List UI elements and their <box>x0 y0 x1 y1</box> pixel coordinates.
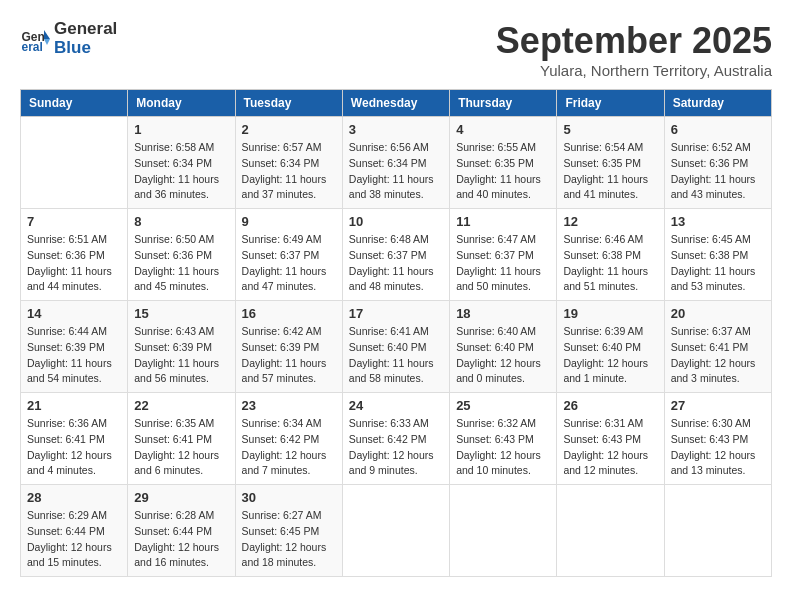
day-number: 4 <box>456 122 550 137</box>
calendar-week-row: 28Sunrise: 6:29 AMSunset: 6:44 PMDayligh… <box>21 485 772 577</box>
svg-marker-3 <box>44 39 50 45</box>
calendar-day-cell: 1Sunrise: 6:58 AMSunset: 6:34 PMDaylight… <box>128 117 235 209</box>
calendar-day-cell: 17Sunrise: 6:41 AMSunset: 6:40 PMDayligh… <box>342 301 449 393</box>
calendar-day-cell: 19Sunrise: 6:39 AMSunset: 6:40 PMDayligh… <box>557 301 664 393</box>
day-info: Sunrise: 6:28 AMSunset: 6:44 PMDaylight:… <box>134 508 228 571</box>
calendar-week-row: 1Sunrise: 6:58 AMSunset: 6:34 PMDaylight… <box>21 117 772 209</box>
day-number: 21 <box>27 398 121 413</box>
day-of-week-header: Sunday <box>21 90 128 117</box>
calendar-day-cell: 29Sunrise: 6:28 AMSunset: 6:44 PMDayligh… <box>128 485 235 577</box>
calendar-day-cell <box>664 485 771 577</box>
calendar-day-cell: 20Sunrise: 6:37 AMSunset: 6:41 PMDayligh… <box>664 301 771 393</box>
day-of-week-header: Monday <box>128 90 235 117</box>
day-info: Sunrise: 6:54 AMSunset: 6:35 PMDaylight:… <box>563 140 657 203</box>
day-info: Sunrise: 6:36 AMSunset: 6:41 PMDaylight:… <box>27 416 121 479</box>
day-number: 2 <box>242 122 336 137</box>
day-of-week-header: Thursday <box>450 90 557 117</box>
calendar-day-cell <box>342 485 449 577</box>
calendar-day-cell: 26Sunrise: 6:31 AMSunset: 6:43 PMDayligh… <box>557 393 664 485</box>
day-info: Sunrise: 6:51 AMSunset: 6:36 PMDaylight:… <box>27 232 121 295</box>
day-number: 10 <box>349 214 443 229</box>
calendar-day-cell: 13Sunrise: 6:45 AMSunset: 6:38 PMDayligh… <box>664 209 771 301</box>
day-info: Sunrise: 6:58 AMSunset: 6:34 PMDaylight:… <box>134 140 228 203</box>
day-info: Sunrise: 6:37 AMSunset: 6:41 PMDaylight:… <box>671 324 765 387</box>
day-number: 1 <box>134 122 228 137</box>
calendar-week-row: 7Sunrise: 6:51 AMSunset: 6:36 PMDaylight… <box>21 209 772 301</box>
svg-text:eral: eral <box>22 40 43 54</box>
day-info: Sunrise: 6:34 AMSunset: 6:42 PMDaylight:… <box>242 416 336 479</box>
day-number: 18 <box>456 306 550 321</box>
day-of-week-header: Tuesday <box>235 90 342 117</box>
calendar-day-cell: 23Sunrise: 6:34 AMSunset: 6:42 PMDayligh… <box>235 393 342 485</box>
day-number: 24 <box>349 398 443 413</box>
day-number: 27 <box>671 398 765 413</box>
calendar-day-cell: 24Sunrise: 6:33 AMSunset: 6:42 PMDayligh… <box>342 393 449 485</box>
day-of-week-header: Wednesday <box>342 90 449 117</box>
calendar-day-cell: 30Sunrise: 6:27 AMSunset: 6:45 PMDayligh… <box>235 485 342 577</box>
calendar-day-cell: 27Sunrise: 6:30 AMSunset: 6:43 PMDayligh… <box>664 393 771 485</box>
day-info: Sunrise: 6:27 AMSunset: 6:45 PMDaylight:… <box>242 508 336 571</box>
calendar-day-cell: 3Sunrise: 6:56 AMSunset: 6:34 PMDaylight… <box>342 117 449 209</box>
day-number: 12 <box>563 214 657 229</box>
logo-blue: Blue <box>54 38 91 57</box>
logo: Gen eral General Blue <box>20 20 117 57</box>
calendar-week-row: 14Sunrise: 6:44 AMSunset: 6:39 PMDayligh… <box>21 301 772 393</box>
calendar-day-cell <box>557 485 664 577</box>
day-number: 30 <box>242 490 336 505</box>
calendar-day-cell: 22Sunrise: 6:35 AMSunset: 6:41 PMDayligh… <box>128 393 235 485</box>
day-info: Sunrise: 6:44 AMSunset: 6:39 PMDaylight:… <box>27 324 121 387</box>
day-number: 6 <box>671 122 765 137</box>
day-info: Sunrise: 6:57 AMSunset: 6:34 PMDaylight:… <box>242 140 336 203</box>
calendar-day-cell: 2Sunrise: 6:57 AMSunset: 6:34 PMDaylight… <box>235 117 342 209</box>
day-number: 11 <box>456 214 550 229</box>
logo-general: General <box>54 19 117 38</box>
calendar-day-cell: 21Sunrise: 6:36 AMSunset: 6:41 PMDayligh… <box>21 393 128 485</box>
day-info: Sunrise: 6:55 AMSunset: 6:35 PMDaylight:… <box>456 140 550 203</box>
day-of-week-header: Saturday <box>664 90 771 117</box>
day-info: Sunrise: 6:40 AMSunset: 6:40 PMDaylight:… <box>456 324 550 387</box>
calendar-day-cell: 14Sunrise: 6:44 AMSunset: 6:39 PMDayligh… <box>21 301 128 393</box>
day-number: 23 <box>242 398 336 413</box>
day-number: 26 <box>563 398 657 413</box>
calendar-week-row: 21Sunrise: 6:36 AMSunset: 6:41 PMDayligh… <box>21 393 772 485</box>
day-number: 17 <box>349 306 443 321</box>
calendar-table: SundayMondayTuesdayWednesdayThursdayFrid… <box>20 89 772 577</box>
day-info: Sunrise: 6:42 AMSunset: 6:39 PMDaylight:… <box>242 324 336 387</box>
day-number: 13 <box>671 214 765 229</box>
calendar-day-cell: 28Sunrise: 6:29 AMSunset: 6:44 PMDayligh… <box>21 485 128 577</box>
day-info: Sunrise: 6:48 AMSunset: 6:37 PMDaylight:… <box>349 232 443 295</box>
calendar-day-cell: 5Sunrise: 6:54 AMSunset: 6:35 PMDaylight… <box>557 117 664 209</box>
logo-icon: Gen eral <box>20 24 50 54</box>
day-number: 22 <box>134 398 228 413</box>
day-number: 3 <box>349 122 443 137</box>
calendar-day-cell: 9Sunrise: 6:49 AMSunset: 6:37 PMDaylight… <box>235 209 342 301</box>
day-number: 28 <box>27 490 121 505</box>
day-info: Sunrise: 6:35 AMSunset: 6:41 PMDaylight:… <box>134 416 228 479</box>
calendar-day-cell: 10Sunrise: 6:48 AMSunset: 6:37 PMDayligh… <box>342 209 449 301</box>
day-number: 8 <box>134 214 228 229</box>
calendar-day-cell <box>450 485 557 577</box>
location-subtitle: Yulara, Northern Territory, Australia <box>496 62 772 79</box>
calendar-day-cell: 15Sunrise: 6:43 AMSunset: 6:39 PMDayligh… <box>128 301 235 393</box>
day-info: Sunrise: 6:29 AMSunset: 6:44 PMDaylight:… <box>27 508 121 571</box>
day-number: 16 <box>242 306 336 321</box>
day-number: 5 <box>563 122 657 137</box>
month-title: September 2025 <box>496 20 772 62</box>
calendar-day-cell: 6Sunrise: 6:52 AMSunset: 6:36 PMDaylight… <box>664 117 771 209</box>
day-number: 19 <box>563 306 657 321</box>
calendar-body: 1Sunrise: 6:58 AMSunset: 6:34 PMDaylight… <box>21 117 772 577</box>
day-number: 7 <box>27 214 121 229</box>
day-info: Sunrise: 6:43 AMSunset: 6:39 PMDaylight:… <box>134 324 228 387</box>
svg-marker-2 <box>44 30 50 39</box>
day-info: Sunrise: 6:49 AMSunset: 6:37 PMDaylight:… <box>242 232 336 295</box>
calendar-day-cell: 8Sunrise: 6:50 AMSunset: 6:36 PMDaylight… <box>128 209 235 301</box>
calendar-day-cell <box>21 117 128 209</box>
day-info: Sunrise: 6:39 AMSunset: 6:40 PMDaylight:… <box>563 324 657 387</box>
title-block: September 2025 Yulara, Northern Territor… <box>496 20 772 79</box>
day-info: Sunrise: 6:41 AMSunset: 6:40 PMDaylight:… <box>349 324 443 387</box>
day-info: Sunrise: 6:46 AMSunset: 6:38 PMDaylight:… <box>563 232 657 295</box>
day-info: Sunrise: 6:56 AMSunset: 6:34 PMDaylight:… <box>349 140 443 203</box>
calendar-header-row: SundayMondayTuesdayWednesdayThursdayFrid… <box>21 90 772 117</box>
day-info: Sunrise: 6:47 AMSunset: 6:37 PMDaylight:… <box>456 232 550 295</box>
day-of-week-header: Friday <box>557 90 664 117</box>
